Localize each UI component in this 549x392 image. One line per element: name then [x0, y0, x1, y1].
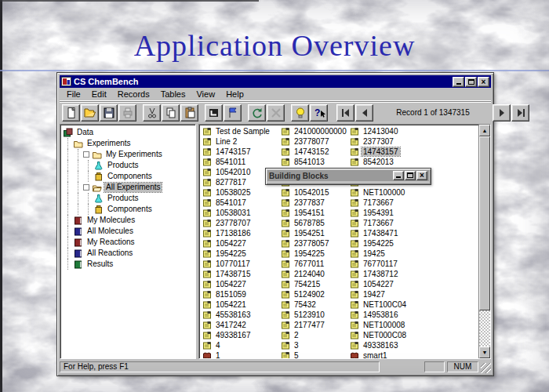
list-item[interactable]: 75432	[281, 299, 348, 310]
tree-item-all-experiments[interactable]: All Experiments	[63, 182, 195, 193]
menu-item-view[interactable]: View	[191, 89, 220, 100]
building-blocks-titlebar[interactable]: Building Blocks ×	[267, 170, 429, 181]
bb-close-button[interactable]: ×	[416, 171, 427, 180]
list-item[interactable]: 7173667	[350, 198, 475, 208]
list-item[interactable]: 2	[281, 330, 348, 340]
list-item[interactable]: 19427	[350, 289, 475, 299]
list-item[interactable]: NET000C08	[350, 330, 475, 340]
list-item[interactable]: 17438712	[350, 269, 475, 279]
list-item[interactable]: NET100008	[350, 320, 475, 330]
list-item[interactable]: 1954225	[350, 238, 475, 249]
scroll-up-button[interactable]: ▲	[479, 125, 490, 136]
resize-grip[interactable]	[481, 363, 491, 373]
list-item[interactable]: 1954151	[281, 208, 348, 218]
first-record-button[interactable]	[336, 104, 354, 122]
list-item[interactable]: 8151059	[202, 289, 278, 299]
list-item[interactable]: Test de Sample	[202, 126, 278, 136]
list-item[interactable]: 3	[281, 340, 348, 350]
paste-button[interactable]	[180, 104, 198, 122]
list-item[interactable]: 19425	[350, 249, 475, 259]
list-item[interactable]: 10538025	[202, 187, 278, 198]
list-item[interactable]: 23778057	[281, 238, 348, 249]
print-button[interactable]	[118, 104, 136, 122]
scroll-down-button[interactable]: ▼	[479, 347, 490, 358]
list-item[interactable]: 23778077	[281, 136, 348, 147]
menu-item-tables[interactable]: Tables	[155, 89, 191, 100]
list-item[interactable]: 1054227	[202, 279, 278, 289]
tree-item-all-reactions[interactable]: All Reactions	[63, 248, 195, 259]
list-item[interactable]: 17138186	[202, 228, 278, 238]
list-item[interactable]: 8542013	[350, 157, 475, 167]
list-item[interactable]: 10538031	[202, 208, 278, 218]
list-item[interactable]: 8541017	[202, 198, 278, 208]
copy-button[interactable]	[162, 104, 180, 122]
delete-button[interactable]	[267, 104, 285, 122]
list-item[interactable]: 14743157	[202, 147, 278, 157]
bb-minimize-button[interactable]	[393, 171, 404, 180]
new-button[interactable]	[62, 104, 80, 122]
tree-item-data[interactable]: Data	[63, 127, 195, 138]
tree-item-products[interactable]: Products	[63, 160, 195, 171]
list-item[interactable]: 7173667	[350, 218, 475, 228]
list-item[interactable]: 17438715	[202, 269, 278, 279]
tree-item-results[interactable]: Results	[63, 259, 195, 270]
list-item[interactable]: 1954225	[281, 249, 348, 259]
tree-item-products[interactable]: Products	[63, 193, 195, 204]
list-item[interactable]: 1954225	[202, 249, 278, 259]
list-item[interactable]: 2377837	[281, 198, 348, 208]
next-record-button[interactable]	[493, 104, 511, 122]
list-item[interactable]: 754215	[281, 279, 348, 289]
cut-button[interactable]	[143, 104, 161, 122]
window-titlebar[interactable]: CS ChemBench ×	[60, 75, 491, 88]
menu-item-file[interactable]: File	[61, 89, 86, 100]
list-item[interactable]: 4	[202, 340, 278, 350]
form-view-button[interactable]	[205, 104, 223, 122]
list-item[interactable]: Line 2	[202, 136, 278, 147]
list-item[interactable]: 14743157	[350, 147, 475, 157]
scrollbar-thumb[interactable]	[479, 136, 490, 310]
list-item[interactable]: 1054227	[350, 279, 475, 289]
list-item[interactable]: 12413040	[350, 126, 475, 136]
list-item[interactable]: 10542015	[281, 187, 348, 198]
menu-item-help[interactable]: Help	[220, 89, 249, 100]
list-item[interactable]: 14743152	[281, 147, 348, 157]
list-item[interactable]: 10770117	[202, 259, 278, 269]
list-item[interactable]: 17438471	[350, 228, 475, 238]
list-item[interactable]: 1954391	[350, 208, 475, 218]
close-button[interactable]: ×	[478, 77, 489, 87]
list-item[interactable]: NET100000	[350, 187, 475, 198]
list-item[interactable]: 3417242	[202, 320, 278, 330]
building-blocks-window[interactable]: Building Blocks ×	[265, 168, 431, 185]
tree-expander[interactable]	[83, 184, 89, 191]
list-item[interactable]: 14953816	[350, 310, 475, 320]
list-item[interactable]: 8541011	[202, 157, 278, 167]
flag-button[interactable]	[224, 104, 242, 122]
open-button[interactable]	[81, 104, 99, 122]
help-pointer-button[interactable]: ?	[310, 104, 328, 122]
list-item[interactable]: 2177477	[281, 320, 348, 330]
list-item[interactable]: 76770117	[350, 259, 475, 269]
list-item[interactable]: 1954251	[281, 228, 348, 238]
list-item[interactable]: 5124902	[281, 289, 348, 299]
list-item[interactable]: 8541013	[281, 157, 348, 167]
list-item[interactable]: 2124040	[281, 269, 348, 279]
list-item[interactable]: 5123910	[281, 310, 348, 320]
tree-item-my-reactions[interactable]: My Reactions	[63, 237, 195, 248]
list-scrollbar[interactable]: ▲ ▼	[478, 125, 490, 358]
list-item[interactable]: 1	[202, 350, 278, 359]
tree-item-components[interactable]: Components	[63, 204, 195, 215]
list-item[interactable]: 5	[281, 350, 348, 359]
list-item[interactable]: 5678785	[281, 218, 348, 228]
refresh-button[interactable]	[248, 104, 266, 122]
tree-expander[interactable]	[83, 151, 89, 158]
list-item[interactable]: 1054227	[202, 238, 278, 249]
tree-item-my-experiments[interactable]: My Experiments	[63, 149, 195, 160]
tree-item-components[interactable]: Components	[63, 171, 195, 182]
list-item[interactable]: smart1	[350, 350, 475, 359]
list-item[interactable]: 2377307	[350, 136, 475, 147]
tree-item-all-molecules[interactable]: All Molecules	[63, 226, 195, 237]
tree-item-experiments[interactable]: Experiments	[63, 138, 195, 149]
tree-item-my-molecules[interactable]: My Molecules	[63, 215, 195, 226]
maximize-button[interactable]	[465, 77, 477, 87]
menu-item-records[interactable]: Records	[112, 89, 155, 100]
